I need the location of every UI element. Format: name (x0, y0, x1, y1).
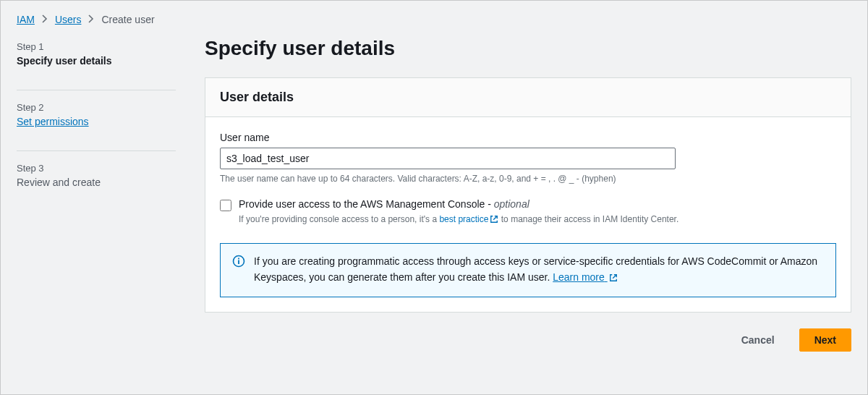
username-hint: The user name can have up to 64 characte… (220, 174, 836, 184)
cancel-button[interactable]: Cancel (727, 329, 789, 351)
breadcrumb-current: Create user (101, 14, 154, 25)
svg-rect-1 (238, 260, 239, 265)
wizard-steps: Step 1 Specify user details Step 2 Set p… (17, 34, 176, 352)
wizard-step-3: Step 3 Review and create (17, 150, 176, 200)
page-title: Specify user details (205, 37, 851, 60)
info-alert: If you are creating programmatic access … (220, 243, 836, 297)
next-button[interactable]: Next (799, 328, 851, 352)
console-access-description: If you're providing console access to a … (239, 213, 678, 227)
console-access-label: Provide user access to the AWS Managemen… (239, 198, 678, 210)
username-label: User name (220, 132, 836, 143)
step-link-set-permissions[interactable]: Set permissions (17, 116, 89, 127)
breadcrumb-users-link[interactable]: Users (55, 14, 82, 25)
breadcrumb-iam-link[interactable]: IAM (17, 14, 35, 25)
main-content: Specify user details User details User n… (205, 34, 851, 352)
user-details-panel: User details User name The user name can… (205, 77, 851, 313)
info-icon (232, 255, 245, 270)
breadcrumb: IAM Users Create user (1, 1, 867, 34)
step-label: Step 1 (17, 41, 176, 52)
console-access-checkbox[interactable] (220, 200, 231, 211)
wizard-step-1: Step 1 Specify user details (17, 41, 176, 78)
learn-more-link[interactable]: Learn more (553, 271, 617, 283)
step-label: Step 2 (17, 102, 176, 113)
svg-rect-2 (238, 258, 239, 260)
external-link-icon (490, 214, 498, 227)
username-input[interactable] (220, 148, 676, 169)
step-title: Review and create (17, 177, 176, 188)
external-link-icon (609, 271, 618, 287)
panel-title: User details (220, 90, 836, 105)
step-label: Step 3 (17, 163, 176, 174)
footer-actions: Cancel Next (205, 328, 851, 352)
panel-header: User details (205, 78, 851, 117)
step-title: Specify user details (17, 55, 176, 67)
chevron-right-icon (88, 14, 94, 25)
chevron-right-icon (42, 14, 48, 25)
best-practice-link[interactable]: best practice (439, 214, 498, 224)
info-text: If you are creating programmatic access … (254, 254, 824, 286)
step-title: Set permissions (17, 116, 176, 127)
console-access-row: Provide user access to the AWS Managemen… (220, 198, 836, 227)
wizard-step-2: Step 2 Set permissions (17, 90, 176, 139)
